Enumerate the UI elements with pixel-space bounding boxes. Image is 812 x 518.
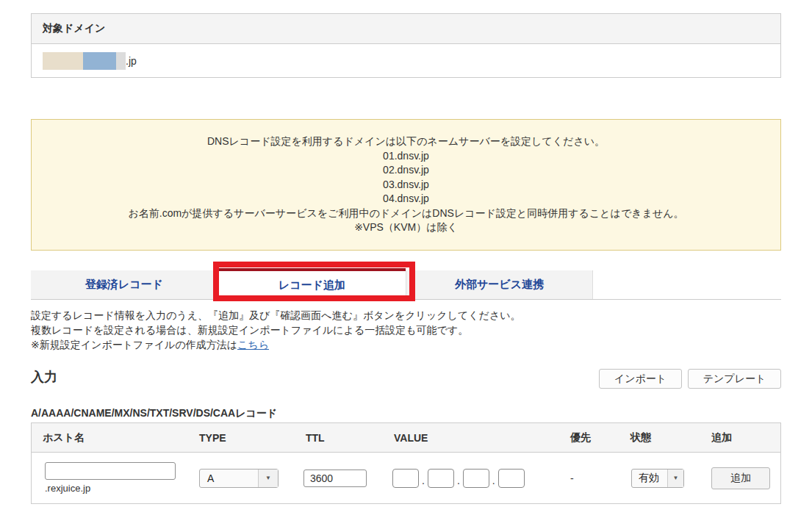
instruction-line-2: 複数レコードを設定される場合は、新規設定インポートファイルによる一括設定も可能で… [31,323,521,337]
tab-registered-records[interactable]: 登録済レコード [31,270,218,299]
notice-line: DNSレコード設定を利用するドメインは以下のネームサーバーを設定してください。 [207,134,605,149]
header-ttl: TTL [295,432,383,444]
header-status: 状態 [619,431,699,445]
hostname-input[interactable] [45,462,176,480]
import-button[interactable]: インポート [599,369,682,389]
add-record-button[interactable]: 追加 [711,467,770,489]
notice-line: お名前.comが提供するサーバーサービスをご利用中のドメインはDNSレコード設定… [128,206,683,221]
target-domain-value: .jp [32,44,780,77]
priority-value: - [559,472,619,484]
ip-octet-3-input[interactable] [463,469,489,488]
input-section-title: 入力 [31,368,57,386]
header-type: TYPE [188,432,295,444]
type-select[interactable]: A ▼ [199,469,279,488]
header-add: 追加 [699,431,780,445]
target-domain-header: 対象ドメイン [32,14,780,44]
ip-octet-2-input[interactable] [428,469,454,488]
dns-record-settings-page: 対象ドメイン .jp DNSレコード設定を利用するドメインは以下のネームサーバー… [0,0,812,518]
status-selected-value: 有効 [632,470,667,487]
header-priority: 優先 [559,431,619,445]
instructions-text: 設定するレコード情報を入力のうえ、『追加』及び『確認画面へ進む』ボタンをクリック… [31,308,521,352]
ttl-cell [295,470,383,487]
table-header-row: ホスト名 TYPE TTL VALUE 優先 状態 追加 [32,423,780,453]
hostname-cell: .rexjuice.jp [32,462,188,494]
tab-external-services[interactable]: 外部サービス連携 [406,270,593,299]
notice-line: ※VPS（KVM）は除く [354,220,458,235]
domain-redaction-block-1 [43,52,83,70]
nameserver-4: 04.dnsv.jp [383,192,429,206]
instruction-line-3-text: ※新規設定インポートファイルの作成方法は [31,339,237,350]
nameserver-3: 03.dnsv.jp [383,178,429,193]
how-to-create-import-file-link[interactable]: こちら [237,339,269,350]
ttl-input[interactable] [303,470,367,487]
ip-octet-4-input[interactable] [498,469,525,488]
instruction-line-3: ※新規設定インポートファイルの作成方法はこちら [31,337,521,352]
target-domain-box: 対象ドメイン .jp [31,13,781,78]
domain-redaction-block-3 [116,52,126,70]
record-input-row: .rexjuice.jp A ▼ ... - 有効 ▼ [32,453,780,503]
type-cell: A ▼ [188,469,295,488]
status-cell: 有効 ▼ [619,469,699,488]
type-selected-value: A [200,470,258,487]
nameserver-1: 01.dnsv.jp [383,149,429,164]
ip-octet-1-input[interactable] [392,469,419,488]
add-cell: 追加 [699,467,780,489]
ip-dot-separator: . [492,475,495,486]
template-button[interactable]: テンプレート [688,369,781,389]
record-types-label: A/AAAA/CNAME/MX/NS/TXT/SRV/DS/CAAレコード [31,407,277,420]
chevron-down-icon: ▼ [258,470,278,487]
domain-redaction-block-2 [83,52,116,70]
status-select[interactable]: 有効 ▼ [631,469,684,488]
chevron-down-icon: ▼ [667,470,683,487]
value-cell: ... [383,469,559,488]
ip-dot-separator: . [457,475,460,486]
header-hostname: ホスト名 [32,431,188,445]
header-value: VALUE [383,432,559,444]
instruction-line-1: 設定するレコード情報を入力のうえ、『追加』及び『確認画面へ進む』ボタンをクリック… [31,308,521,323]
record-tabs: 登録済レコード レコード追加 外部サービス連携 [31,270,781,300]
nameserver-notice: DNSレコード設定を利用するドメインは以下のネームサーバーを設定してください。 … [31,119,781,251]
ip-dot-separator: . [422,475,425,486]
tab-add-record[interactable]: レコード追加 [218,268,406,300]
domain-suffix: .jp [126,55,137,67]
record-input-table: ホスト名 TYPE TTL VALUE 優先 状態 追加 .rexjuice.j… [31,422,781,504]
nameserver-2: 02.dnsv.jp [383,163,429,178]
hostname-suffix: .rexjuice.jp [45,483,188,494]
